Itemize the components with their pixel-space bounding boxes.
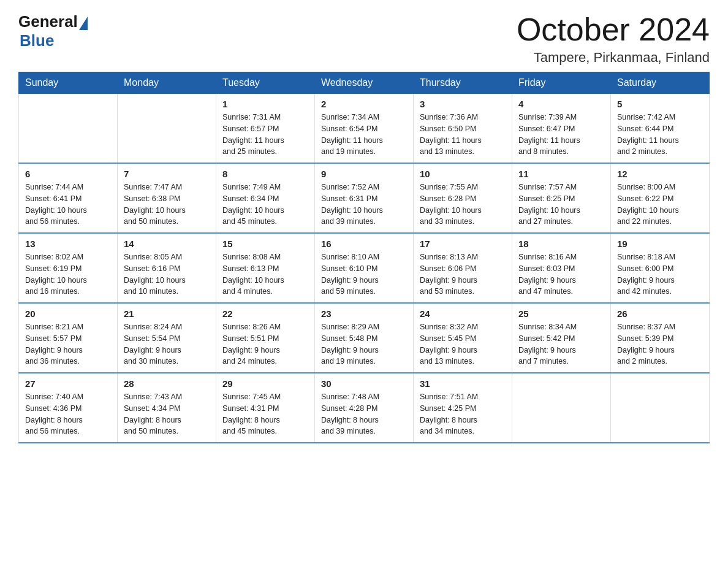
- logo-general: General: [18, 12, 78, 31]
- day-number: 5: [617, 99, 703, 109]
- day-info: Sunrise: 8:10 AMSunset: 6:10 PMDaylight:…: [321, 251, 407, 297]
- day-number: 15: [222, 239, 308, 249]
- calendar-cell: 10Sunrise: 7:55 AMSunset: 6:28 PMDayligh…: [414, 163, 512, 233]
- calendar-cell: 13Sunrise: 8:02 AMSunset: 6:19 PMDayligh…: [19, 233, 118, 303]
- calendar-header: SundayMondayTuesdayWednesdayThursdayFrid…: [19, 72, 710, 94]
- day-number: 18: [518, 239, 604, 249]
- day-number: 1: [222, 99, 308, 109]
- title-block: October 2024 Tampere, Pirkanmaa, Finland: [517, 12, 710, 66]
- day-info: Sunrise: 8:29 AMSunset: 5:48 PMDaylight:…: [321, 321, 407, 367]
- weekday-header-saturday: Saturday: [611, 72, 710, 94]
- day-number: 7: [124, 169, 210, 179]
- logo-blue: Blue: [20, 31, 88, 50]
- day-info: Sunrise: 8:26 AMSunset: 5:51 PMDaylight:…: [222, 321, 308, 367]
- day-info: Sunrise: 7:43 AMSunset: 4:34 PMDaylight:…: [124, 391, 210, 437]
- day-info: Sunrise: 8:21 AMSunset: 5:57 PMDaylight:…: [25, 321, 111, 367]
- calendar-cell: [118, 94, 216, 164]
- logo: General Blue: [18, 12, 88, 50]
- day-info: Sunrise: 8:00 AMSunset: 6:22 PMDaylight:…: [617, 182, 703, 228]
- day-info: Sunrise: 8:32 AMSunset: 5:45 PMDaylight:…: [420, 321, 506, 367]
- calendar-cell: 3Sunrise: 7:36 AMSunset: 6:50 PMDaylight…: [414, 94, 512, 164]
- day-number: 9: [321, 169, 407, 179]
- calendar-cell: 5Sunrise: 7:42 AMSunset: 6:44 PMDaylight…: [611, 94, 710, 164]
- day-info: Sunrise: 8:13 AMSunset: 6:06 PMDaylight:…: [420, 251, 506, 297]
- calendar-cell: 26Sunrise: 8:37 AMSunset: 5:39 PMDayligh…: [611, 303, 710, 373]
- day-info: Sunrise: 7:47 AMSunset: 6:38 PMDaylight:…: [124, 182, 210, 228]
- calendar-cell: 24Sunrise: 8:32 AMSunset: 5:45 PMDayligh…: [414, 303, 512, 373]
- calendar-cell: 12Sunrise: 8:00 AMSunset: 6:22 PMDayligh…: [611, 163, 710, 233]
- day-number: 6: [25, 169, 111, 179]
- calendar-cell: 23Sunrise: 8:29 AMSunset: 5:48 PMDayligh…: [315, 303, 414, 373]
- weekday-header-thursday: Thursday: [414, 72, 512, 94]
- day-number: 19: [617, 239, 703, 249]
- calendar-cell: 15Sunrise: 8:08 AMSunset: 6:13 PMDayligh…: [216, 233, 315, 303]
- calendar-cell: 28Sunrise: 7:43 AMSunset: 4:34 PMDayligh…: [118, 373, 216, 443]
- day-number: 22: [222, 308, 308, 319]
- day-number: 12: [617, 169, 703, 179]
- day-info: Sunrise: 7:51 AMSunset: 4:25 PMDaylight:…: [420, 391, 506, 437]
- day-number: 23: [321, 308, 407, 319]
- calendar-week-row: 6Sunrise: 7:44 AMSunset: 6:41 PMDaylight…: [19, 163, 710, 233]
- day-number: 25: [518, 308, 604, 319]
- location: Tampere, Pirkanmaa, Finland: [517, 50, 710, 66]
- day-number: 27: [25, 378, 111, 389]
- day-number: 17: [420, 239, 506, 249]
- calendar-cell: 17Sunrise: 8:13 AMSunset: 6:06 PMDayligh…: [414, 233, 512, 303]
- weekday-header-friday: Friday: [512, 72, 611, 94]
- day-info: Sunrise: 8:02 AMSunset: 6:19 PMDaylight:…: [25, 251, 111, 297]
- weekday-header-sunday: Sunday: [19, 72, 118, 94]
- day-info: Sunrise: 8:24 AMSunset: 5:54 PMDaylight:…: [124, 321, 210, 367]
- calendar-cell: 16Sunrise: 8:10 AMSunset: 6:10 PMDayligh…: [315, 233, 414, 303]
- day-info: Sunrise: 7:31 AMSunset: 6:57 PMDaylight:…: [222, 112, 308, 158]
- day-number: 10: [420, 169, 506, 179]
- day-info: Sunrise: 7:49 AMSunset: 6:34 PMDaylight:…: [222, 182, 308, 228]
- calendar-cell: 19Sunrise: 8:18 AMSunset: 6:00 PMDayligh…: [611, 233, 710, 303]
- day-info: Sunrise: 8:37 AMSunset: 5:39 PMDaylight:…: [617, 321, 703, 367]
- day-info: Sunrise: 8:05 AMSunset: 6:16 PMDaylight:…: [124, 251, 210, 297]
- day-info: Sunrise: 7:55 AMSunset: 6:28 PMDaylight:…: [420, 182, 506, 228]
- calendar-cell: 18Sunrise: 8:16 AMSunset: 6:03 PMDayligh…: [512, 233, 611, 303]
- logo-triangle-icon: [79, 17, 88, 30]
- calendar-week-row: 1Sunrise: 7:31 AMSunset: 6:57 PMDaylight…: [19, 94, 710, 164]
- calendar-body: 1Sunrise: 7:31 AMSunset: 6:57 PMDaylight…: [19, 94, 710, 443]
- calendar-cell: 6Sunrise: 7:44 AMSunset: 6:41 PMDaylight…: [19, 163, 118, 233]
- calendar-cell: 30Sunrise: 7:48 AMSunset: 4:28 PMDayligh…: [315, 373, 414, 443]
- calendar-cell: [611, 373, 710, 443]
- calendar-cell: 14Sunrise: 8:05 AMSunset: 6:16 PMDayligh…: [118, 233, 216, 303]
- day-info: Sunrise: 7:57 AMSunset: 6:25 PMDaylight:…: [518, 182, 604, 228]
- calendar-cell: 22Sunrise: 8:26 AMSunset: 5:51 PMDayligh…: [216, 303, 315, 373]
- calendar-week-row: 13Sunrise: 8:02 AMSunset: 6:19 PMDayligh…: [19, 233, 710, 303]
- day-info: Sunrise: 7:44 AMSunset: 6:41 PMDaylight:…: [25, 182, 111, 228]
- weekday-header-wednesday: Wednesday: [315, 72, 414, 94]
- day-number: 31: [420, 378, 506, 389]
- day-info: Sunrise: 7:36 AMSunset: 6:50 PMDaylight:…: [420, 112, 506, 158]
- calendar-cell: 2Sunrise: 7:34 AMSunset: 6:54 PMDaylight…: [315, 94, 414, 164]
- day-info: Sunrise: 7:34 AMSunset: 6:54 PMDaylight:…: [321, 112, 407, 158]
- day-info: Sunrise: 8:08 AMSunset: 6:13 PMDaylight:…: [222, 251, 308, 297]
- day-number: 4: [518, 99, 604, 109]
- month-title: October 2024: [517, 12, 710, 47]
- day-info: Sunrise: 7:39 AMSunset: 6:47 PMDaylight:…: [518, 112, 604, 158]
- day-number: 11: [518, 169, 604, 179]
- calendar-cell: 20Sunrise: 8:21 AMSunset: 5:57 PMDayligh…: [19, 303, 118, 373]
- day-number: 29: [222, 378, 308, 389]
- calendar-cell: 8Sunrise: 7:49 AMSunset: 6:34 PMDaylight…: [216, 163, 315, 233]
- calendar-cell: [512, 373, 611, 443]
- calendar-cell: 11Sunrise: 7:57 AMSunset: 6:25 PMDayligh…: [512, 163, 611, 233]
- day-number: 26: [617, 308, 703, 319]
- day-info: Sunrise: 8:18 AMSunset: 6:00 PMDaylight:…: [617, 251, 703, 297]
- day-number: 3: [420, 99, 506, 109]
- day-info: Sunrise: 7:48 AMSunset: 4:28 PMDaylight:…: [321, 391, 407, 437]
- day-number: 21: [124, 308, 210, 319]
- day-number: 24: [420, 308, 506, 319]
- day-info: Sunrise: 7:52 AMSunset: 6:31 PMDaylight:…: [321, 182, 407, 228]
- calendar-week-row: 27Sunrise: 7:40 AMSunset: 4:36 PMDayligh…: [19, 373, 710, 443]
- calendar-cell: 29Sunrise: 7:45 AMSunset: 4:31 PMDayligh…: [216, 373, 315, 443]
- calendar-cell: 4Sunrise: 7:39 AMSunset: 6:47 PMDaylight…: [512, 94, 611, 164]
- day-number: 28: [124, 378, 210, 389]
- calendar-cell: 27Sunrise: 7:40 AMSunset: 4:36 PMDayligh…: [19, 373, 118, 443]
- day-number: 14: [124, 239, 210, 249]
- page-header: General Blue October 2024 Tampere, Pirka…: [18, 12, 710, 66]
- calendar-week-row: 20Sunrise: 8:21 AMSunset: 5:57 PMDayligh…: [19, 303, 710, 373]
- weekday-header-monday: Monday: [118, 72, 216, 94]
